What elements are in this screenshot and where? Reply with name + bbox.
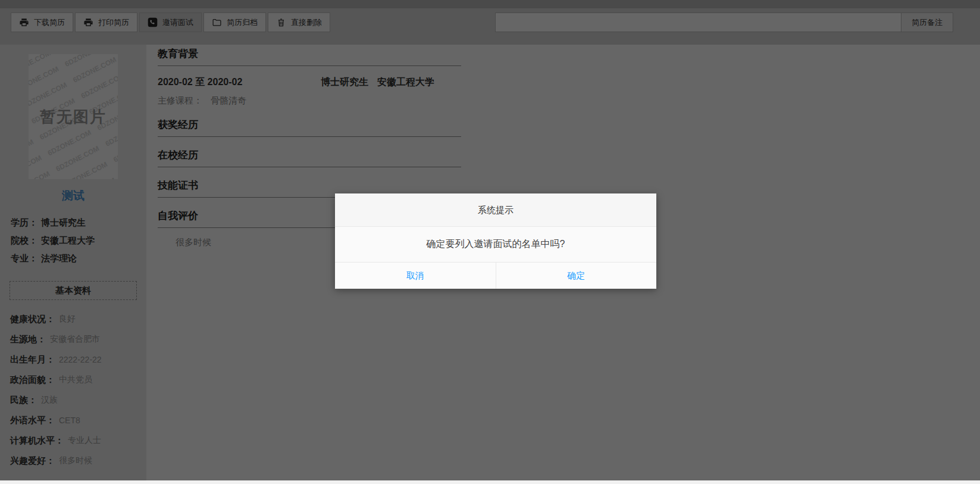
system-prompt-dialog: 系统提示 确定要列入邀请面试的名单中吗? 取消 确定 (335, 193, 656, 289)
dialog-message: 确定要列入邀请面试的名单中吗? (335, 227, 656, 262)
dialog-title: 系统提示 (335, 193, 656, 227)
cancel-button[interactable]: 取消 (335, 263, 496, 289)
dialog-footer: 取消 确定 (335, 262, 656, 289)
confirm-button[interactable]: 确定 (496, 263, 657, 289)
horizontal-scrollbar[interactable] (0, 480, 980, 484)
